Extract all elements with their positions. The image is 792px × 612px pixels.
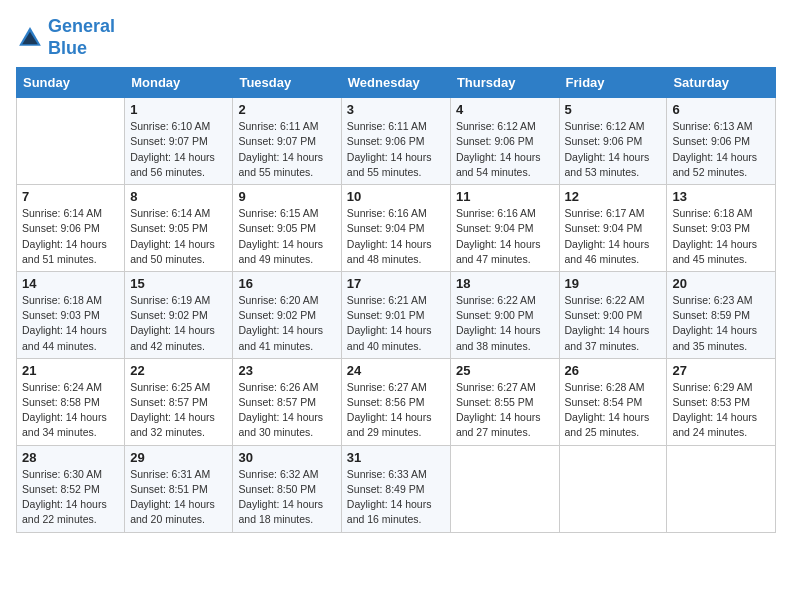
calendar-header-row: SundayMondayTuesdayWednesdayThursdayFrid… xyxy=(17,68,776,98)
calendar-cell: 9Sunrise: 6:15 AMSunset: 9:05 PMDaylight… xyxy=(233,185,341,272)
calendar-cell: 15Sunrise: 6:19 AMSunset: 9:02 PMDayligh… xyxy=(125,271,233,358)
calendar-cell: 23Sunrise: 6:26 AMSunset: 8:57 PMDayligh… xyxy=(233,358,341,445)
day-number: 4 xyxy=(456,102,554,117)
day-number: 21 xyxy=(22,363,119,378)
cell-info: Sunrise: 6:14 AMSunset: 9:06 PMDaylight:… xyxy=(22,206,119,267)
cell-info: Sunrise: 6:14 AMSunset: 9:05 PMDaylight:… xyxy=(130,206,227,267)
cell-info: Sunrise: 6:16 AMSunset: 9:04 PMDaylight:… xyxy=(456,206,554,267)
calendar-table: SundayMondayTuesdayWednesdayThursdayFrid… xyxy=(16,67,776,532)
cell-info: Sunrise: 6:18 AMSunset: 9:03 PMDaylight:… xyxy=(22,293,119,354)
calendar-cell xyxy=(559,445,667,532)
day-number: 31 xyxy=(347,450,445,465)
cell-info: Sunrise: 6:20 AMSunset: 9:02 PMDaylight:… xyxy=(238,293,335,354)
cell-info: Sunrise: 6:24 AMSunset: 8:58 PMDaylight:… xyxy=(22,380,119,441)
calendar-cell: 25Sunrise: 6:27 AMSunset: 8:55 PMDayligh… xyxy=(450,358,559,445)
cell-info: Sunrise: 6:11 AMSunset: 9:06 PMDaylight:… xyxy=(347,119,445,180)
day-number: 13 xyxy=(672,189,770,204)
column-header-monday: Monday xyxy=(125,68,233,98)
calendar-week-row: 14Sunrise: 6:18 AMSunset: 9:03 PMDayligh… xyxy=(17,271,776,358)
column-header-thursday: Thursday xyxy=(450,68,559,98)
cell-info: Sunrise: 6:27 AMSunset: 8:56 PMDaylight:… xyxy=(347,380,445,441)
cell-info: Sunrise: 6:22 AMSunset: 9:00 PMDaylight:… xyxy=(565,293,662,354)
day-number: 27 xyxy=(672,363,770,378)
calendar-cell: 4Sunrise: 6:12 AMSunset: 9:06 PMDaylight… xyxy=(450,98,559,185)
calendar-week-row: 7Sunrise: 6:14 AMSunset: 9:06 PMDaylight… xyxy=(17,185,776,272)
calendar-week-row: 21Sunrise: 6:24 AMSunset: 8:58 PMDayligh… xyxy=(17,358,776,445)
cell-info: Sunrise: 6:15 AMSunset: 9:05 PMDaylight:… xyxy=(238,206,335,267)
day-number: 18 xyxy=(456,276,554,291)
calendar-cell: 26Sunrise: 6:28 AMSunset: 8:54 PMDayligh… xyxy=(559,358,667,445)
cell-info: Sunrise: 6:16 AMSunset: 9:04 PMDaylight:… xyxy=(347,206,445,267)
cell-info: Sunrise: 6:26 AMSunset: 8:57 PMDaylight:… xyxy=(238,380,335,441)
calendar-cell: 5Sunrise: 6:12 AMSunset: 9:06 PMDaylight… xyxy=(559,98,667,185)
cell-info: Sunrise: 6:30 AMSunset: 8:52 PMDaylight:… xyxy=(22,467,119,528)
day-number: 24 xyxy=(347,363,445,378)
cell-info: Sunrise: 6:13 AMSunset: 9:06 PMDaylight:… xyxy=(672,119,770,180)
cell-info: Sunrise: 6:31 AMSunset: 8:51 PMDaylight:… xyxy=(130,467,227,528)
day-number: 1 xyxy=(130,102,227,117)
cell-info: Sunrise: 6:27 AMSunset: 8:55 PMDaylight:… xyxy=(456,380,554,441)
day-number: 30 xyxy=(238,450,335,465)
cell-info: Sunrise: 6:28 AMSunset: 8:54 PMDaylight:… xyxy=(565,380,662,441)
calendar-cell: 31Sunrise: 6:33 AMSunset: 8:49 PMDayligh… xyxy=(341,445,450,532)
cell-info: Sunrise: 6:11 AMSunset: 9:07 PMDaylight:… xyxy=(238,119,335,180)
day-number: 17 xyxy=(347,276,445,291)
calendar-cell xyxy=(17,98,125,185)
calendar-cell: 16Sunrise: 6:20 AMSunset: 9:02 PMDayligh… xyxy=(233,271,341,358)
calendar-cell xyxy=(667,445,776,532)
day-number: 25 xyxy=(456,363,554,378)
calendar-cell: 2Sunrise: 6:11 AMSunset: 9:07 PMDaylight… xyxy=(233,98,341,185)
day-number: 15 xyxy=(130,276,227,291)
calendar-cell: 30Sunrise: 6:32 AMSunset: 8:50 PMDayligh… xyxy=(233,445,341,532)
calendar-cell: 29Sunrise: 6:31 AMSunset: 8:51 PMDayligh… xyxy=(125,445,233,532)
day-number: 8 xyxy=(130,189,227,204)
calendar-cell: 27Sunrise: 6:29 AMSunset: 8:53 PMDayligh… xyxy=(667,358,776,445)
calendar-cell: 8Sunrise: 6:14 AMSunset: 9:05 PMDaylight… xyxy=(125,185,233,272)
calendar-cell: 7Sunrise: 6:14 AMSunset: 9:06 PMDaylight… xyxy=(17,185,125,272)
cell-info: Sunrise: 6:19 AMSunset: 9:02 PMDaylight:… xyxy=(130,293,227,354)
calendar-cell: 3Sunrise: 6:11 AMSunset: 9:06 PMDaylight… xyxy=(341,98,450,185)
column-header-tuesday: Tuesday xyxy=(233,68,341,98)
day-number: 12 xyxy=(565,189,662,204)
day-number: 22 xyxy=(130,363,227,378)
cell-info: Sunrise: 6:17 AMSunset: 9:04 PMDaylight:… xyxy=(565,206,662,267)
day-number: 28 xyxy=(22,450,119,465)
day-number: 2 xyxy=(238,102,335,117)
cell-info: Sunrise: 6:25 AMSunset: 8:57 PMDaylight:… xyxy=(130,380,227,441)
page-header: General Blue xyxy=(16,16,776,59)
day-number: 23 xyxy=(238,363,335,378)
calendar-cell xyxy=(450,445,559,532)
logo: General Blue xyxy=(16,16,115,59)
cell-info: Sunrise: 6:10 AMSunset: 9:07 PMDaylight:… xyxy=(130,119,227,180)
cell-info: Sunrise: 6:18 AMSunset: 9:03 PMDaylight:… xyxy=(672,206,770,267)
calendar-cell: 28Sunrise: 6:30 AMSunset: 8:52 PMDayligh… xyxy=(17,445,125,532)
logo-text: General Blue xyxy=(48,16,115,59)
day-number: 3 xyxy=(347,102,445,117)
column-header-saturday: Saturday xyxy=(667,68,776,98)
cell-info: Sunrise: 6:21 AMSunset: 9:01 PMDaylight:… xyxy=(347,293,445,354)
day-number: 14 xyxy=(22,276,119,291)
day-number: 16 xyxy=(238,276,335,291)
day-number: 19 xyxy=(565,276,662,291)
column-header-wednesday: Wednesday xyxy=(341,68,450,98)
day-number: 6 xyxy=(672,102,770,117)
day-number: 5 xyxy=(565,102,662,117)
day-number: 20 xyxy=(672,276,770,291)
calendar-cell: 14Sunrise: 6:18 AMSunset: 9:03 PMDayligh… xyxy=(17,271,125,358)
cell-info: Sunrise: 6:33 AMSunset: 8:49 PMDaylight:… xyxy=(347,467,445,528)
column-header-sunday: Sunday xyxy=(17,68,125,98)
day-number: 11 xyxy=(456,189,554,204)
calendar-cell: 13Sunrise: 6:18 AMSunset: 9:03 PMDayligh… xyxy=(667,185,776,272)
day-number: 7 xyxy=(22,189,119,204)
calendar-cell: 21Sunrise: 6:24 AMSunset: 8:58 PMDayligh… xyxy=(17,358,125,445)
cell-info: Sunrise: 6:12 AMSunset: 9:06 PMDaylight:… xyxy=(565,119,662,180)
day-number: 9 xyxy=(238,189,335,204)
calendar-cell: 11Sunrise: 6:16 AMSunset: 9:04 PMDayligh… xyxy=(450,185,559,272)
logo-icon xyxy=(16,24,44,52)
cell-info: Sunrise: 6:23 AMSunset: 8:59 PMDaylight:… xyxy=(672,293,770,354)
calendar-cell: 19Sunrise: 6:22 AMSunset: 9:00 PMDayligh… xyxy=(559,271,667,358)
calendar-cell: 1Sunrise: 6:10 AMSunset: 9:07 PMDaylight… xyxy=(125,98,233,185)
calendar-cell: 18Sunrise: 6:22 AMSunset: 9:00 PMDayligh… xyxy=(450,271,559,358)
column-header-friday: Friday xyxy=(559,68,667,98)
calendar-week-row: 1Sunrise: 6:10 AMSunset: 9:07 PMDaylight… xyxy=(17,98,776,185)
